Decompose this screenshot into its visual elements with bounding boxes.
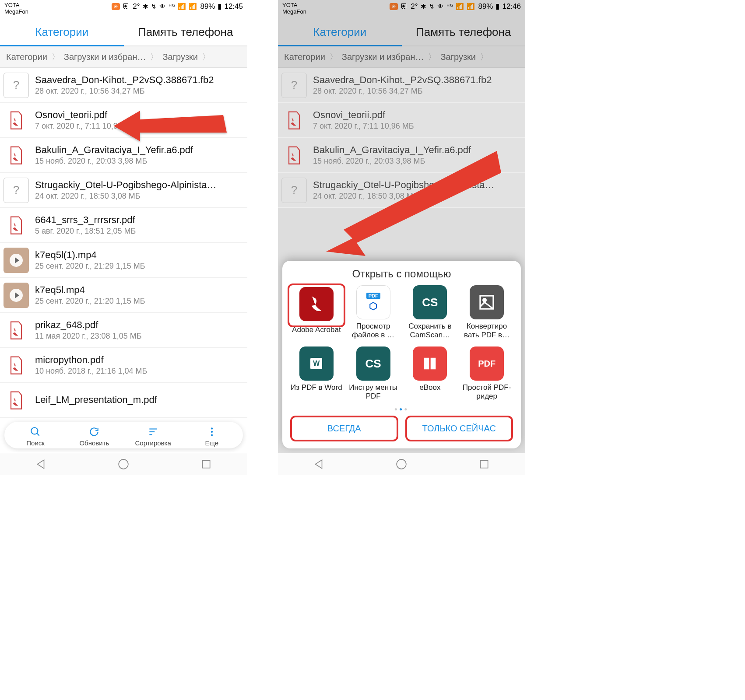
file-item[interactable]: prikaz_648.pdf11 мая 2020 г., 23:08 1,05…	[0, 313, 247, 348]
svg-point-7	[211, 431, 213, 433]
image-icon	[470, 285, 504, 319]
adobe-acrobat-icon	[299, 287, 334, 321]
file-list[interactable]: ?Saavedra_Don-Kihot._P2vSQ.388671.fb228 …	[278, 68, 525, 208]
file-meta: 10 нояб. 2018 г., 21:16 1,04 МБ	[35, 367, 240, 376]
tab-phone-storage[interactable]: Память телефона	[402, 18, 526, 46]
sheet-pager: ●●●	[287, 406, 517, 412]
nav-home-icon[interactable]	[396, 458, 407, 470]
pdf-reader-icon: PDF	[470, 346, 504, 381]
refresh-icon	[65, 425, 123, 438]
pdf-file-icon	[4, 353, 29, 378]
tab-categories[interactable]: Категории	[278, 18, 402, 46]
storage-tabs: Категории Память телефона	[0, 18, 247, 46]
breadcrumb-1[interactable]: Категории	[6, 52, 47, 62]
file-meta: 24 окт. 2020 г., 18:50 3,08 МБ	[313, 192, 518, 201]
pdf-file-icon	[4, 108, 29, 133]
clock: 12:46	[502, 2, 521, 11]
app-dropbox-pdf-viewer[interactable]: PDF⬡ Просмотр файлов в …	[346, 285, 401, 340]
chevron-right-icon: 〉	[428, 52, 436, 62]
toolbar-refresh[interactable]: Обновить	[65, 425, 123, 447]
tab-phone-storage[interactable]: Память телефона	[124, 18, 248, 46]
file-meta: 11 мая 2020 г., 23:08 1,05 МБ	[35, 332, 240, 341]
toolbar-search[interactable]: Поиск	[6, 425, 65, 447]
status-icons: ✱ ↯ 👁 ᴴᴳ 📶 📶	[421, 3, 476, 10]
tab-categories[interactable]: Категории	[0, 18, 124, 46]
nav-back-icon[interactable]	[35, 458, 47, 470]
breadcrumb-2[interactable]: Загрузки и избран…	[64, 52, 146, 62]
breadcrumb-3[interactable]: Загрузки	[162, 52, 198, 62]
sort-icon	[124, 425, 183, 438]
file-list[interactable]: ?Saavedra_Don-Kihot._P2vSQ.388671.fb228 …	[0, 68, 247, 418]
svg-point-16	[397, 459, 407, 469]
status-bar: YOTA MegaFon ☀ ⛨ 2° ✱ ↯ 👁 ᴴᴳ 📶 📶 89% ▮ 1…	[0, 0, 247, 18]
breadcrumb-2[interactable]: Загрузки и избран…	[342, 52, 424, 62]
file-meta: 15 нояб. 2020 г., 20:03 3,98 МБ	[35, 157, 240, 166]
file-name: Strugackiy_Otel-U-Pogibshego-Alpinista…	[313, 179, 518, 191]
system-nav-bar	[0, 453, 247, 475]
app-camscanner-save[interactable]: CS Сохранить в CamScan…	[403, 285, 457, 340]
carrier-1: YOTA	[282, 2, 306, 8]
file-item[interactable]: k7eq5l(1).mp425 сент. 2020 г., 21:29 1,1…	[0, 243, 247, 278]
chevron-right-icon: 〉	[150, 52, 158, 62]
app-simple-pdf-reader[interactable]: PDF Простой PDF-ридер	[460, 346, 514, 401]
nav-recent-icon[interactable]	[478, 458, 490, 470]
unknown-file-icon: ?	[4, 178, 29, 203]
file-meta: 7 окт. 2020 г., 7:11 10,96 МБ	[313, 122, 518, 131]
svg-point-10	[119, 459, 129, 469]
file-item[interactable]: Osnovi_teorii.pdf7 окт. 2020 г., 7:11 10…	[278, 103, 525, 138]
app-pdf-to-word[interactable]: W Из PDF в Word	[289, 346, 344, 401]
open-with-sheet: Открыть с помощью Adobe Acrobat PDF⬡ Про…	[282, 261, 521, 448]
eboox-icon	[413, 346, 447, 381]
pdf-file-icon	[4, 318, 29, 343]
pdf-file-icon	[4, 388, 29, 413]
button-always[interactable]: ВСЕГДА	[290, 416, 398, 441]
file-item[interactable]: Osnovi_teorii.pdf7 окт. 2020 г., 7:11 10…	[0, 103, 247, 138]
svg-point-8	[211, 434, 213, 436]
file-item[interactable]: Bakulin_A_Gravitaciya_I_Yefir.a6.pdf15 н…	[278, 138, 525, 173]
file-name: micropython.pdf	[35, 354, 240, 366]
file-name: k7eq5l.mp4	[35, 284, 240, 296]
nav-home-icon[interactable]	[118, 458, 129, 470]
storage-tabs: Категории Память телефона	[278, 18, 525, 46]
breadcrumb-1[interactable]: Категории	[284, 52, 325, 62]
button-just-once[interactable]: ТОЛЬКО СЕЙЧАС	[405, 416, 513, 441]
file-item[interactable]: ?Saavedra_Don-Kihot._P2vSQ.388671.fb228 …	[0, 68, 247, 103]
file-name: Osnovi_teorii.pdf	[35, 109, 240, 121]
file-meta: 5 авг. 2020 г., 18:51 2,05 МБ	[35, 227, 240, 236]
app-adobe-acrobat[interactable]: Adobe Acrobat	[289, 285, 344, 340]
file-meta: 7 окт. 2020 г., 7:11 10,96 МБ	[35, 122, 240, 131]
breadcrumb-3[interactable]: Загрузки	[440, 52, 476, 62]
unknown-file-icon: ?	[4, 73, 29, 98]
app-eboox[interactable]: eBoox	[403, 346, 457, 401]
nav-back-icon[interactable]	[313, 458, 325, 470]
file-name: k7eq5l(1).mp4	[35, 249, 240, 261]
highlight-box	[288, 284, 345, 327]
toolbar-sort[interactable]: Сортировка	[124, 425, 183, 447]
breadcrumb: Категории 〉 Загрузки и избран… 〉 Загрузк…	[278, 46, 525, 68]
file-item[interactable]: 6641_srrs_3_rrrsrsr.pdf5 авг. 2020 г., 1…	[0, 208, 247, 243]
carrier-1: YOTA	[4, 2, 28, 8]
app-pdf-tools[interactable]: CS Инстру менты PDF	[346, 346, 401, 401]
app-pdf-convert[interactable]: Конвертиро вать PDF в…	[460, 285, 514, 340]
svg-rect-17	[480, 460, 488, 468]
battery-percent: 89%	[200, 2, 215, 11]
file-item[interactable]: micropython.pdf10 нояб. 2018 г., 21:16 1…	[0, 348, 247, 383]
toolbar-more[interactable]: Еще	[183, 425, 241, 447]
file-item[interactable]: k7eq5l.mp425 сент. 2020 г., 21:20 1,15 М…	[0, 278, 247, 313]
carrier-2: MegaFon	[282, 8, 306, 15]
temperature: 2°	[411, 2, 418, 11]
file-item[interactable]: ?Saavedra_Don-Kihot._P2vSQ.388671.fb228 …	[278, 68, 525, 103]
pdf-file-icon	[281, 108, 307, 133]
pdf-file-icon	[4, 143, 29, 168]
file-item[interactable]: ?Strugackiy_Otel-U-Pogibshego-Alpinista……	[0, 173, 247, 208]
cs-tools-icon: CS	[356, 346, 390, 381]
file-meta: 28 окт. 2020 г., 10:56 34,27 МБ	[35, 87, 240, 96]
status-icons: ✱ ↯ 👁 ᴴᴳ 📶 📶	[143, 3, 198, 10]
file-item[interactable]: ?Strugackiy_Otel-U-Pogibshego-Alpinista……	[278, 173, 525, 208]
file-item[interactable]: Leif_LM_presentation_m.pdf	[0, 383, 247, 418]
nav-recent-icon[interactable]	[200, 458, 212, 470]
dropbox-pdf-icon: PDF⬡	[356, 285, 390, 319]
svg-rect-11	[202, 460, 210, 468]
carrier-2: MegaFon	[4, 8, 28, 15]
file-item[interactable]: Bakulin_A_Gravitaciya_I_Yefir.a6.pdf15 н…	[0, 138, 247, 173]
